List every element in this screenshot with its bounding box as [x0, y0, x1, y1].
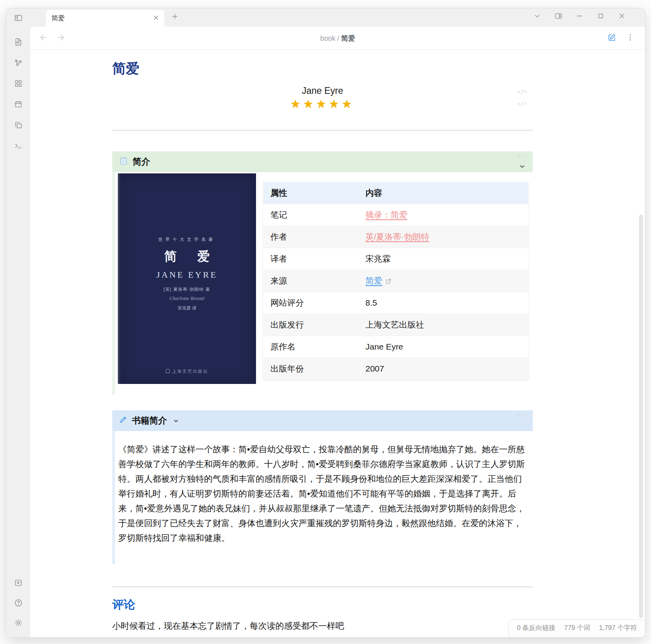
- ribbon-bottom-group: [14, 578, 23, 628]
- view-header: book / 简爱: [30, 27, 645, 50]
- property-key: 译者: [263, 248, 358, 270]
- page-title: 简爱: [112, 60, 533, 78]
- external-link-icon: [385, 277, 391, 286]
- new-tab-button[interactable]: [171, 12, 179, 22]
- code-edit-marker[interactable]: </>: [517, 100, 527, 107]
- edit-mode-icon[interactable]: [607, 33, 616, 44]
- close-window-icon[interactable]: [618, 12, 626, 22]
- intro-callout-header[interactable]: 简介: [112, 151, 533, 172]
- intro-callout-body: 世界十大文学名著 简 爱 JANE EYRE [英] 夏洛蒂·勃朗特 著 Cha…: [112, 172, 533, 395]
- tab-close-icon[interactable]: [153, 14, 159, 23]
- divider: [112, 586, 533, 587]
- char-count: 1,797 个字符: [599, 624, 637, 632]
- book-cover-image: 世界十大文学名著 简 爱 JANE EYRE [英] 夏洛蒂·勃朗特 著 Cha…: [118, 173, 256, 384]
- help-icon[interactable]: [14, 598, 23, 608]
- tab-list-chevron-icon[interactable]: [533, 12, 541, 22]
- intro-callout-title: 简介: [133, 156, 150, 168]
- window-controls: [533, 12, 645, 22]
- table-row: 出版发行上海文艺出版社: [263, 314, 528, 336]
- summary-callout: </> 书籍简介 《简爱》讲述了这样一个故事：简•爱自幼父母双亡，投靠冷酷的舅母…: [112, 410, 533, 564]
- property-key: 出版年份: [263, 358, 358, 380]
- breadcrumb-separator: /: [337, 34, 339, 42]
- properties-table: 属性 内容 笔记摘录：简爱作者英/夏洛蒂·勃朗特译者宋兆霖来源简爱网站评分8.5…: [263, 182, 528, 380]
- property-key: 出版发行: [263, 314, 358, 336]
- summary-callout-title: 书籍简介: [132, 415, 167, 427]
- tab-title: 简爱: [52, 14, 153, 23]
- property-key: 来源: [263, 270, 358, 292]
- property-key: 作者: [263, 226, 358, 248]
- table-row: 来源简爱: [263, 270, 528, 292]
- left-ribbon: [6, 8, 30, 637]
- divider: [112, 130, 533, 131]
- summary-callout-body: 《简爱》讲述了这样一个故事：简•爱自幼父母双亡，投靠冷酷的舅母，但舅母无情地抛弃…: [112, 431, 533, 564]
- settings-gear-icon[interactable]: [14, 618, 23, 628]
- code-edit-marker[interactable]: </>: [517, 88, 527, 95]
- publisher-logo: [166, 369, 170, 373]
- note-content: 简爱 Jane Eyre </> ★★★★★ </> </>: [30, 50, 645, 637]
- property-value: 2007: [358, 358, 528, 380]
- cover-publisher: 上海文艺出版社: [118, 368, 256, 374]
- col-header-attribute: 属性: [263, 182, 358, 204]
- blocks-dashboard-icon[interactable]: [14, 79, 23, 88]
- cover-author-cn: [英] 夏洛蒂·勃朗特 著: [118, 286, 256, 292]
- cover-author-en: Charlotte Brontë: [118, 295, 256, 302]
- table-row: 笔记摘录：简爱: [263, 204, 528, 226]
- cover-title-cn: 简 爱: [118, 248, 256, 265]
- property-value: Jane Eyre: [358, 336, 528, 358]
- fold-chevron-icon[interactable]: [518, 163, 526, 172]
- cover-translator: 宋兆霖 译: [118, 305, 256, 311]
- more-options-icon[interactable]: [626, 33, 635, 44]
- calendar-icon[interactable]: [14, 99, 23, 109]
- table-header-row: 属性 内容: [263, 182, 528, 204]
- code-edit-marker[interactable]: </>: [517, 412, 527, 418]
- minimize-icon[interactable]: [576, 12, 584, 22]
- internal-link[interactable]: 摘录：简爱: [365, 210, 407, 219]
- status-bar: 0 条反向链接 779 个词 1,797 个字符: [508, 619, 645, 637]
- cover-series-text: 世界十大文学名著: [118, 237, 256, 242]
- tab-bar: 简爱: [30, 8, 645, 27]
- summary-callout-header[interactable]: 书籍简介: [112, 410, 533, 431]
- code-edit-marker[interactable]: </>: [517, 153, 527, 159]
- pencil-icon: [119, 415, 127, 426]
- breadcrumb-parent[interactable]: book: [320, 34, 335, 42]
- property-value: 英/夏洛蒂·勃朗特: [358, 226, 528, 248]
- comment-text: 小时候看过，现在基本忘了剧情了，每次读的感受都不一样吧: [112, 619, 533, 633]
- breadcrumb: book / 简爱: [30, 34, 645, 43]
- app-window: 简爱 book /: [6, 8, 645, 638]
- property-key: 网站评分: [263, 292, 358, 314]
- tab-jane-eyre[interactable]: 简爱: [46, 10, 164, 27]
- terminal-icon[interactable]: [14, 141, 23, 151]
- notepad-icon: [119, 156, 128, 168]
- rating-stars: ★★★★★: [112, 97, 533, 111]
- scrollbar-thumb[interactable]: [639, 215, 643, 618]
- copy-files-icon[interactable]: [14, 120, 23, 130]
- internal-link[interactable]: 英/夏洛蒂·勃朗特: [365, 232, 429, 241]
- right-sidebar-toggle-icon[interactable]: [554, 12, 562, 22]
- fold-chevron-icon[interactable]: [172, 417, 180, 425]
- property-value: 8.5: [358, 292, 528, 314]
- backlinks-count[interactable]: 0 条反向链接: [517, 624, 555, 632]
- word-count: 779 个词: [564, 624, 590, 632]
- summary-text: 《简爱》讲述了这样一个故事：简•爱自幼父母双亡，投靠冷酷的舅母，但舅母无情地抛弃…: [118, 445, 525, 543]
- table-row: 原作名Jane Eyre: [263, 336, 528, 358]
- property-value: 上海文艺出版社: [358, 314, 528, 336]
- maximize-icon[interactable]: [597, 12, 605, 22]
- external-link[interactable]: 简爱: [365, 276, 382, 285]
- graph-view-icon[interactable]: [14, 58, 23, 68]
- ribbon-top-group: [14, 37, 23, 151]
- main-pane: book / 简爱 简爱 Jane Eyre </>: [30, 27, 645, 637]
- property-value: 摘录：简爱: [358, 204, 528, 226]
- vault-switcher-icon[interactable]: [14, 578, 23, 588]
- property-key: 笔记: [263, 204, 358, 226]
- book-subtitle: Jane Eyre: [112, 84, 533, 97]
- screenshot-stage: 简爱 book /: [0, 0, 651, 644]
- breadcrumb-current[interactable]: 简爱: [341, 34, 355, 42]
- search-file-icon[interactable]: [14, 37, 23, 47]
- properties-table-body: 笔记摘录：简爱作者英/夏洛蒂·勃朗特译者宋兆霖来源简爱网站评分8.5出版发行上海…: [263, 204, 528, 380]
- header-actions: [607, 33, 635, 44]
- comments-heading: 评论: [112, 597, 533, 613]
- intro-callout: </>: [112, 151, 533, 395]
- sidebar-toggle-icon[interactable]: [14, 13, 23, 23]
- property-value: 简爱: [358, 270, 528, 292]
- table-row: 出版年份2007: [263, 358, 528, 380]
